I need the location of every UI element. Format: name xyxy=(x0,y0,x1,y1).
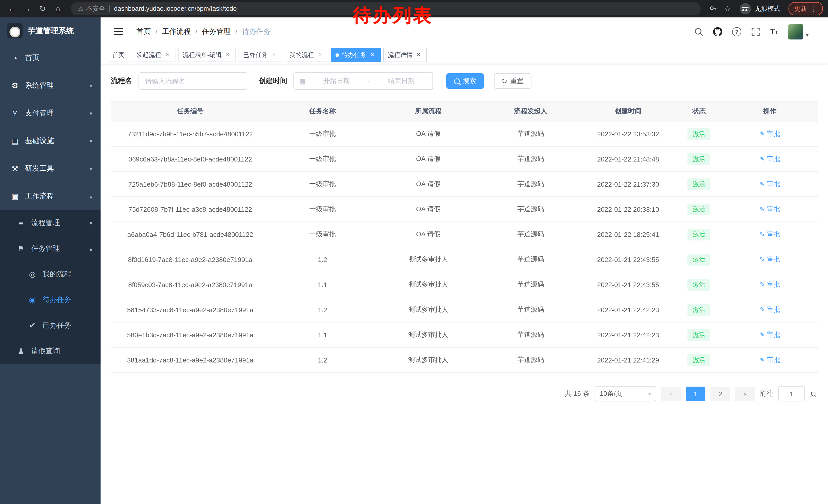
sidebar-menu: ◔首页⚙系统管理▾¥支付管理▾▤基础设施▾⚒研发工具▾▣工作流程▴≡流程管理▾⚑… xyxy=(0,44,100,364)
process-name-input[interactable] xyxy=(138,72,247,90)
status-badge: 激活 xyxy=(688,128,710,140)
sidebar-item-home[interactable]: ◔首页 xyxy=(0,44,100,72)
sidebar-item-label: 待办任务 xyxy=(43,295,71,305)
font-size-icon[interactable]: TT xyxy=(770,28,778,36)
prev-page-button[interactable]: ‹ xyxy=(661,386,681,401)
status-badge: 激活 xyxy=(688,304,710,316)
sidebar-item-my-process[interactable]: ◎我的流程 xyxy=(0,262,100,287)
approve-link[interactable]: ✎审批 xyxy=(759,255,780,264)
tab-item[interactable]: 发起流程× xyxy=(132,48,175,62)
sidebar-item-label: 工作流程 xyxy=(25,192,54,201)
status-badge: 激活 xyxy=(688,228,710,240)
close-icon[interactable]: × xyxy=(271,51,278,58)
sidebar-item-process-management[interactable]: ≡流程管理▾ xyxy=(0,210,100,236)
search-button[interactable]: 搜索 xyxy=(446,73,484,89)
omnibox-divider xyxy=(110,5,110,12)
tab-item[interactable]: 首页 xyxy=(108,48,129,62)
sidebar-item-system-management[interactable]: ⚙系统管理▾ xyxy=(0,72,100,99)
sidebar-item-todo-task[interactable]: ◉待办任务 xyxy=(0,287,100,313)
chevron-down-icon: ▾ xyxy=(89,138,92,144)
approve-link[interactable]: ✎审批 xyxy=(759,204,780,214)
reset-button[interactable]: ↻ 重置 xyxy=(494,73,532,89)
approve-link[interactable]: ✎审批 xyxy=(759,355,780,365)
breadcrumb-item[interactable]: 首页 xyxy=(136,27,151,36)
browser-menu-dots-icon[interactable]: ⋮ xyxy=(811,5,817,12)
approve-link[interactable]: ✎审批 xyxy=(759,129,780,138)
help-icon[interactable]: ? xyxy=(732,27,741,36)
github-icon[interactable] xyxy=(713,27,722,36)
browser-forward-icon[interactable]: → xyxy=(20,2,34,15)
approve-link[interactable]: ✎审批 xyxy=(759,280,780,289)
table-cell-action: ✎审批 xyxy=(722,204,818,214)
sidebar-item-label: 基础设施 xyxy=(25,136,54,146)
active-tab-dot xyxy=(335,53,339,57)
close-icon[interactable]: × xyxy=(369,51,376,58)
eye-icon: ◉ xyxy=(28,295,37,305)
tab-item[interactable]: 流程详情× xyxy=(383,48,427,62)
goto-label: 前往 xyxy=(760,389,773,398)
breadcrumb-item[interactable]: 任务管理 xyxy=(202,27,231,36)
user-menu[interactable]: ▾ xyxy=(788,24,809,40)
approve-link[interactable]: ✎审批 xyxy=(759,330,780,339)
table-cell-status: 激活 xyxy=(676,228,722,240)
table-cell: 芋道源码 xyxy=(481,230,580,239)
sidebar-item-task-management[interactable]: ⚑任务管理▴ xyxy=(0,236,100,262)
close-icon[interactable]: × xyxy=(224,51,232,58)
bookmark-star-icon[interactable]: ☆ xyxy=(721,5,734,13)
update-button[interactable]: 更新 ⋮ xyxy=(788,2,823,15)
approve-link[interactable]: ✎审批 xyxy=(759,154,780,164)
sidebar-item-done-task[interactable]: ✔已办任务 xyxy=(0,313,100,338)
tab-item[interactable]: 流程表单-编辑× xyxy=(178,48,236,62)
search-icon[interactable] xyxy=(694,27,703,36)
collapse-sidebar-icon[interactable] xyxy=(114,28,123,35)
breadcrumb-item[interactable]: 工作流程 xyxy=(162,27,191,36)
approve-link[interactable]: ✎审批 xyxy=(759,305,780,314)
approve-link[interactable]: ✎审批 xyxy=(759,230,780,239)
approve-link[interactable]: ✎审批 xyxy=(759,179,780,189)
sidebar-item-label: 任务管理 xyxy=(31,244,60,253)
browser-back-icon[interactable]: ← xyxy=(5,2,18,15)
sidebar-item-dev-tools[interactable]: ⚒研发工具▾ xyxy=(0,155,100,183)
chevron-down-icon: ▾ xyxy=(649,391,651,397)
sidebar-item-payment-management[interactable]: ¥支付管理▾ xyxy=(0,99,100,127)
browser-home-icon[interactable]: ⌂ xyxy=(51,2,65,15)
fullscreen-icon[interactable] xyxy=(751,27,760,36)
sidebar-item-infrastructure[interactable]: ▤基础设施▾ xyxy=(0,127,100,155)
next-page-button[interactable]: › xyxy=(735,386,755,401)
main-area: 首页/工作流程/任务管理/待办任务 ? TT xyxy=(100,17,828,504)
close-icon[interactable]: × xyxy=(415,51,422,58)
sidebar-item-label: 系统管理 xyxy=(25,81,54,90)
people-icon: ◎ xyxy=(28,270,37,279)
tab-item[interactable]: 我的流程× xyxy=(285,48,328,62)
approve-label: 审批 xyxy=(767,305,780,314)
sidebar-item-leave-query[interactable]: ♟请假查询 xyxy=(0,338,100,364)
tab-label: 发起流程 xyxy=(136,50,161,59)
sidebar-item-workflow[interactable]: ▣工作流程▴ xyxy=(0,183,100,210)
close-icon[interactable]: × xyxy=(164,51,171,58)
table-cell: 芋道源码 xyxy=(481,154,580,164)
table-cell: 73211d9d-7b9b-11ec-b5b7-acde48001122 xyxy=(111,130,270,138)
table-cell: 2022-01-22 18:25:41 xyxy=(580,230,676,238)
tab-label: 待办任务 xyxy=(342,50,366,59)
browser-reload-icon[interactable]: ↻ xyxy=(36,2,49,15)
table-cell: 1.2 xyxy=(270,256,375,263)
security-status[interactable]: ⚠ 不安全 xyxy=(78,4,106,13)
date-range-picker[interactable]: ▦ 开始日期 - 结束日期 xyxy=(293,72,433,90)
tab-item[interactable]: 已办任务× xyxy=(239,48,282,62)
tab-label: 首页 xyxy=(112,50,125,59)
url-bar[interactable]: ⚠ 不安全 dashboard.yudao.iocoder.cn/bpm/tas… xyxy=(71,2,701,15)
tab-item[interactable]: 待办任务× xyxy=(331,48,381,62)
edit-icon: ✎ xyxy=(759,205,764,213)
page-button[interactable]: 2 xyxy=(710,386,730,401)
approve-label: 审批 xyxy=(767,230,780,239)
user-avatar[interactable] xyxy=(788,24,803,40)
close-icon[interactable]: × xyxy=(317,51,324,58)
breadcrumb-separator: / xyxy=(196,28,198,36)
url-text: dashboard.yudao.iocoder.cn/bpm/task/todo xyxy=(114,5,237,12)
table-cell-status: 激活 xyxy=(676,128,722,140)
goto-page-input[interactable] xyxy=(778,386,805,402)
password-key-icon[interactable] xyxy=(707,4,719,13)
page-size-select[interactable]: 10条/页 ▾ xyxy=(594,386,656,402)
page-button[interactable]: 1 xyxy=(686,386,705,401)
table-cell: 芋道源码 xyxy=(481,255,580,264)
